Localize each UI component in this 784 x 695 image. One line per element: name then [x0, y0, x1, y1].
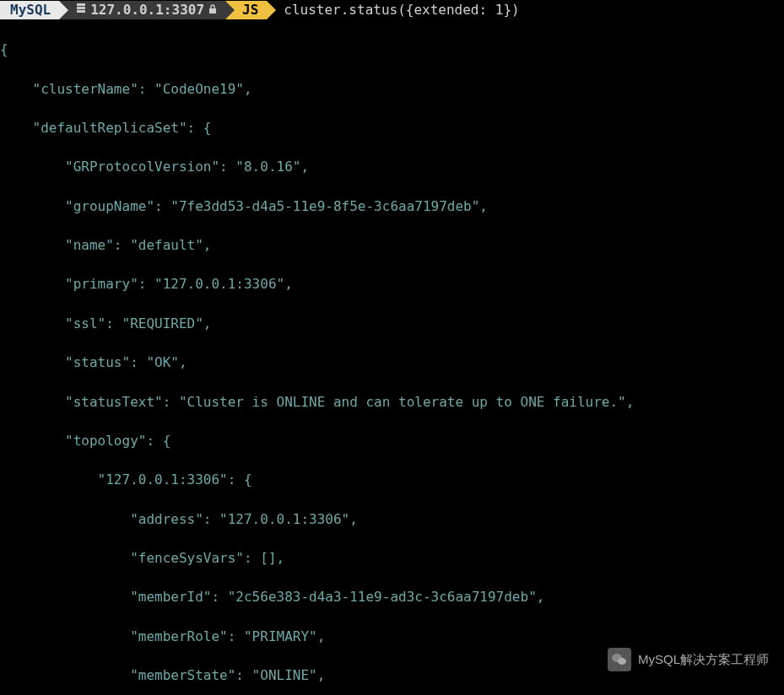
json-output: { "clusterName": "CodeOne19", "defaultRe… — [0, 20, 784, 695]
watermark-text: MySQL解决方案工程师 — [638, 650, 769, 669]
output-line: "memberId": "2c56e383-d4a3-11e9-ad3c-3c6… — [0, 587, 784, 606]
svg-rect-2 — [77, 10, 85, 13]
svg-rect-3 — [209, 8, 216, 13]
command-input[interactable]: cluster.status({extended: 1}) — [267, 0, 519, 19]
output-line: "ssl": "REQUIRED", — [0, 314, 784, 333]
output-line: "name": "default", — [0, 235, 784, 255]
output-line: "GRProtocolVersion": "8.0.16", — [0, 157, 784, 176]
wechat-icon — [608, 648, 631, 671]
host-text: 127.0.0.1:3307 — [90, 0, 204, 19]
output-line: "topology": { — [0, 431, 784, 450]
output-line: "status": "OK", — [0, 353, 784, 372]
prompt-host-segment: 127.0.0.1:3307 — [59, 1, 225, 19]
server-icon — [76, 0, 86, 19]
mode-text: JS — [242, 0, 258, 19]
command-text: cluster.status({extended: 1}) — [284, 2, 519, 18]
output-line: "fenceSysVars": [], — [0, 548, 784, 568]
output-line: "memberRole": "PRIMARY", — [0, 627, 784, 646]
output-line: "clusterName": "CodeOne19", — [0, 79, 784, 99]
output-line: "address": "127.0.0.1:3306", — [0, 509, 784, 529]
mysql-text: MySQL — [10, 0, 51, 19]
output-line: "127.0.0.1:3306": { — [0, 470, 784, 489]
output-line: "primary": "127.0.0.1:3306", — [0, 274, 784, 294]
lock-icon — [208, 0, 217, 19]
svg-rect-0 — [77, 3, 85, 6]
svg-rect-1 — [77, 7, 85, 9]
output-line: "defaultReplicaSet": { — [0, 118, 784, 137]
prompt-mysql-label: MySQL — [0, 1, 59, 19]
output-line: "statusText": "Cluster is ONLINE and can… — [0, 392, 784, 412]
output-line: "groupName": "7fe3dd53-d4a5-11e9-8f5e-3c… — [0, 197, 784, 216]
watermark: MySQL解决方案工程师 — [608, 648, 769, 671]
output-line: { — [0, 40, 784, 59]
shell-prompt[interactable]: MySQL 127.0.0.1:3307 JS cluster.status({… — [0, 0, 784, 20]
svg-point-5 — [618, 658, 626, 665]
